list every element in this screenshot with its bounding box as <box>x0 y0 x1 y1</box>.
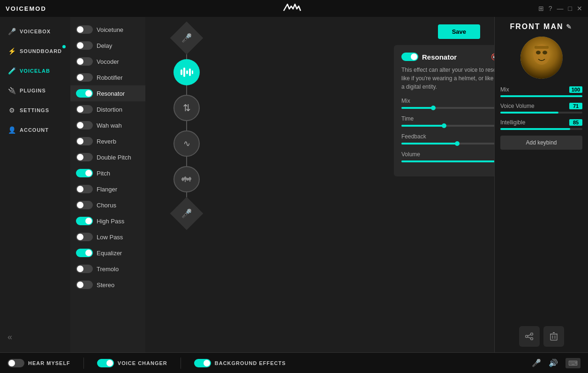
slider-feedback-track[interactable] <box>401 143 494 145</box>
background-effects-toggle[interactable] <box>194 359 211 367</box>
slider-volume-track[interactable] <box>401 160 494 162</box>
effect-stereo[interactable]: Stereo <box>70 277 145 293</box>
right-voice-volume-value: 71 <box>569 103 582 109</box>
slider-time-track[interactable] <box>401 125 494 127</box>
effect-label: Vocoder <box>97 58 119 65</box>
toggle-tremolo[interactable] <box>76 265 93 273</box>
effect-label: High Pass <box>97 218 124 225</box>
effect-chorus[interactable]: Chorus <box>70 197 145 213</box>
toggle-resonator[interactable] <box>76 89 93 98</box>
effect-wahwah[interactable]: Wah wah <box>70 117 145 133</box>
toggle-distortion[interactable] <box>76 105 93 114</box>
effect-robotifier[interactable]: Robotifier <box>70 69 145 85</box>
effect-voicetune[interactable]: Voicetune <box>70 22 145 38</box>
right-mix-label: Mix <box>500 86 509 93</box>
voicelab-icon: 🧪 <box>8 67 16 75</box>
toggle-reverb[interactable] <box>76 137 93 145</box>
effect-high-pass[interactable]: High Pass <box>70 213 145 229</box>
effect-pitch[interactable]: Pitch <box>70 165 145 181</box>
swap-node[interactable]: ⇅ <box>173 95 200 121</box>
mute-icon[interactable]: 🔇 <box>491 53 494 61</box>
sidebar-item-account[interactable]: 👤 ACCOUNT <box>0 120 70 140</box>
toggle-flanger[interactable] <box>76 185 93 193</box>
svg-rect-23 <box>550 334 557 340</box>
voice-name-text: FRONT MAN <box>510 23 564 31</box>
sidebar-item-voicebox[interactable]: 🎤 VOICEBOX <box>0 22 70 41</box>
input-diamond[interactable]: 🎤 <box>170 22 204 55</box>
edit-icon[interactable]: ✎ <box>566 23 573 30</box>
resonator-node[interactable] <box>173 59 200 85</box>
right-intelligible-label: Intelligible <box>500 119 525 126</box>
effect-label: Stereo <box>97 282 114 289</box>
svg-point-11 <box>186 178 189 181</box>
effect-vocoder[interactable]: Vocoder <box>70 53 145 69</box>
effect-delay[interactable]: Delay <box>70 38 145 53</box>
plugins-icon: 🔌 <box>8 86 16 95</box>
effect-distortion[interactable]: Distortion <box>70 101 145 117</box>
right-mix-track[interactable] <box>500 95 582 97</box>
pitch-icon: ∿ <box>183 138 190 149</box>
slider-mix-track[interactable] <box>401 107 494 109</box>
effect-low-pass[interactable]: Low Pass <box>70 229 145 245</box>
share-icon <box>525 333 534 340</box>
pitch-node[interactable]: ∿ <box>173 130 200 157</box>
sidebar-label-voicelab: VOICELAB <box>20 68 50 74</box>
avatar-image <box>520 37 563 79</box>
toggle-delay[interactable] <box>76 41 93 50</box>
save-button[interactable]: Save <box>438 24 480 39</box>
toggle-double-pitch[interactable] <box>76 153 93 161</box>
effect-equalizer[interactable]: Equalizer <box>70 245 145 261</box>
sidebar-item-plugins[interactable]: 🔌 PLUGINS <box>0 81 70 100</box>
background-effects-section: BACKGROUND EFFECTS <box>194 359 286 367</box>
minimize-button[interactable]: — <box>557 5 564 12</box>
sidebar-item-soundboard[interactable]: ⚡ SOUNDBOARD <box>0 41 70 61</box>
mic-status-icon[interactable]: 🎤 <box>532 358 541 367</box>
sidebar-label-settings: SETTINGS <box>20 107 49 113</box>
svg-rect-0 <box>181 69 182 75</box>
help-icon[interactable]: ? <box>549 5 552 12</box>
right-slider-intelligible: Intelligible 85 <box>500 119 582 130</box>
settings-icon[interactable]: ⊞ <box>538 5 544 12</box>
collapse-button[interactable]: « <box>0 327 70 348</box>
maximize-button[interactable]: □ <box>568 5 572 12</box>
toggle-pitch[interactable] <box>76 169 93 177</box>
toggle-equalizer[interactable] <box>76 249 93 257</box>
volume-icon[interactable]: 🔊 <box>549 358 558 367</box>
toggle-low-pass[interactable] <box>76 233 93 241</box>
right-voice-volume-track[interactable] <box>500 112 582 114</box>
svg-point-18 <box>530 333 533 335</box>
effect-flanger[interactable]: Flanger <box>70 181 145 197</box>
delete-button[interactable] <box>543 326 564 347</box>
effect-double-pitch[interactable]: Double Pitch <box>70 149 145 165</box>
close-button[interactable]: ✕ <box>577 5 582 12</box>
effect-resonator[interactable]: Resonator <box>70 85 145 101</box>
trash-icon <box>550 332 558 341</box>
toggle-robotifier[interactable] <box>76 73 93 82</box>
toggle-vocoder[interactable] <box>76 57 93 66</box>
right-intelligible-track[interactable] <box>500 128 582 130</box>
hear-myself-toggle[interactable] <box>8 359 24 367</box>
effect-tremolo[interactable]: Tremolo <box>70 261 145 277</box>
effect-label: Robotifier <box>97 74 123 81</box>
toggle-high-pass[interactable] <box>76 217 93 225</box>
keyboard-icon[interactable]: ⌨ <box>565 358 580 368</box>
toggle-chorus[interactable] <box>76 201 93 209</box>
sidebar-item-voicelab[interactable]: 🧪 VOICELAB <box>0 61 70 81</box>
toggle-wahwah[interactable] <box>76 121 93 129</box>
right-slider-mix: Mix 100 <box>500 86 582 97</box>
toggle-voicetune[interactable] <box>76 25 93 34</box>
add-keybind-button[interactable]: Add keybind <box>500 136 582 150</box>
waveform-icon <box>180 67 194 78</box>
voice-changer-toggle[interactable] <box>97 359 114 367</box>
share-button[interactable] <box>519 326 540 347</box>
eq-node[interactable] <box>173 166 200 192</box>
popup-effect-toggle[interactable] <box>401 53 418 61</box>
output-diamond[interactable]: 🎤 <box>170 197 204 230</box>
svg-point-19 <box>530 338 533 340</box>
effect-reverb[interactable]: Reverb <box>70 133 145 149</box>
effect-label: Double Pitch <box>97 154 131 161</box>
slider-mix-label: Mix <box>401 98 410 104</box>
mic-icon: 🎤 <box>8 27 16 36</box>
toggle-stereo[interactable] <box>76 281 93 289</box>
sidebar-item-settings[interactable]: ⚙ SETTINGS <box>0 100 70 120</box>
